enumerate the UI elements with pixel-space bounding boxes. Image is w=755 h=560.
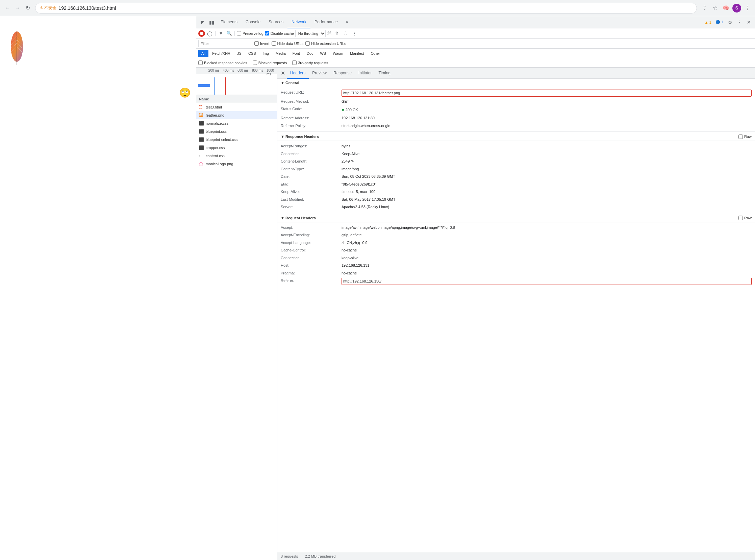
blocked-cookies-checkbox[interactable]: Blocked response cookies — [198, 60, 247, 65]
file-item-contentcss[interactable]: ▫ content.css — [196, 152, 277, 160]
css-icon-blueprint: ⬛ — [199, 129, 204, 134]
feather-icon — [7, 30, 27, 71]
file-item-blueprintcss[interactable]: ⬛ blueprint.css — [196, 127, 277, 136]
edit-icon[interactable]: ✎ — [351, 159, 354, 163]
file-item-test3html[interactable]: ☷ test3.html — [196, 103, 277, 111]
file-item-croppercss[interactable]: ⬛ cropper.css — [196, 144, 277, 152]
request-method-value: GET — [342, 99, 752, 104]
marker-600: 600 ms — [238, 68, 249, 72]
warning-badge[interactable]: ▲ 1 — [702, 20, 713, 25]
request-raw-checkbox[interactable]: Raw — [735, 214, 755, 221]
tab-elements[interactable]: Elements — [217, 16, 242, 28]
tab-performance[interactable]: Performance — [310, 16, 342, 28]
file-item-monicalogopng[interactable]: ⓘ monicaLogo.png — [196, 160, 277, 168]
headers-tab-initiator[interactable]: Initiator — [355, 68, 375, 79]
type-filter-img[interactable]: Img — [260, 50, 272, 57]
response-headers-section-header[interactable]: ▼ Response Headers — [277, 133, 735, 141]
tab-console[interactable]: Console — [242, 16, 265, 28]
request-headers-section-header[interactable]: ▼ Request Headers — [277, 214, 735, 222]
download-button[interactable]: ⇩ — [342, 30, 349, 37]
req-accept-language-row: Accept-Language: zh-CN,zh;q=0.9 — [277, 239, 755, 247]
disable-cache-input[interactable] — [265, 31, 269, 36]
type-filter-css[interactable]: CSS — [245, 50, 259, 57]
type-filter-manifest[interactable]: Manifest — [347, 50, 367, 57]
marker-400: 400 ms — [223, 68, 234, 72]
preserve-log-input[interactable] — [237, 31, 241, 36]
blocked-cookies-input[interactable] — [198, 60, 203, 65]
blocked-requests-input[interactable] — [253, 60, 257, 65]
headers-tab-preview[interactable]: Preview — [309, 68, 330, 79]
address-bar[interactable]: ⚠ 不安全 192.168.126.130/test3.html — [35, 3, 697, 14]
extension-button[interactable]: 🧠 — [721, 3, 731, 13]
status-dot: ● — [342, 107, 344, 112]
devtools-inspect-btn[interactable]: ◤ — [198, 18, 207, 27]
req-connection-row: Connection: keep-alive — [277, 254, 755, 262]
type-filter-ws[interactable]: WS — [317, 50, 329, 57]
type-filter-fetch-xhr[interactable]: Fetch/XHR — [209, 50, 233, 57]
request-raw-input[interactable] — [738, 216, 743, 220]
type-filter-other[interactable]: Other — [368, 50, 383, 57]
resp-date-row: Date: Sun, 08 Oct 2023 08:35:39 GMT — [277, 173, 755, 180]
file-name-blueprintcss: blueprint.css — [206, 129, 227, 134]
invert-checkbox[interactable]: Invert — [254, 41, 270, 46]
file-item-featherpng[interactable]: 🖼 feather.png — [196, 111, 277, 119]
more-options-button[interactable]: ⋮ — [735, 18, 744, 27]
filter-input[interactable] — [198, 40, 252, 47]
throttle-select[interactable]: No throttling — [295, 30, 326, 37]
tab-sources[interactable]: Sources — [265, 16, 287, 28]
req-accept-encoding-row: Accept-Encoding: gzip, deflate — [277, 231, 755, 239]
response-raw-checkbox[interactable]: Raw — [735, 133, 755, 140]
css-icon-blueprintselect: ⬛ — [199, 137, 204, 142]
back-button[interactable]: ← — [3, 3, 12, 13]
hide-data-urls-checkbox[interactable]: Hide data URLs — [271, 41, 304, 46]
menu-button[interactable]: ⋮ — [743, 3, 752, 13]
headers-tab-headers[interactable]: Headers — [287, 68, 309, 79]
headers-tab-response[interactable]: Response — [330, 68, 355, 79]
main-layout: 🙄 ◤ ▮▮ Elements Console Sources Network … — [0, 16, 755, 560]
blocked-requests-checkbox[interactable]: Blocked requests — [253, 60, 287, 65]
hide-ext-urls-checkbox[interactable]: Hide extension URLs — [305, 41, 346, 46]
invert-input[interactable] — [254, 41, 259, 46]
timeline-vline-blue — [214, 77, 215, 95]
forward-button[interactable]: → — [13, 3, 22, 13]
upload-button[interactable]: ⇧ — [333, 30, 341, 37]
response-raw-input[interactable] — [738, 135, 743, 139]
type-filter-all[interactable]: All — [198, 50, 208, 57]
preserve-log-checkbox[interactable]: Preserve log — [237, 31, 264, 36]
hide-data-urls-input[interactable] — [271, 41, 276, 46]
settings-button[interactable]: ⚙ — [725, 18, 735, 27]
disable-cache-checkbox[interactable]: Disable cache — [265, 31, 294, 36]
file-item-normalizecss[interactable]: ⬛ normalize.css — [196, 119, 277, 127]
bookmark-button[interactable]: ☆ — [710, 3, 720, 13]
type-filter-js[interactable]: JS — [234, 50, 245, 57]
url-text: 192.168.126.130/test3.html — [58, 5, 116, 11]
devtools-device-btn[interactable]: ▮▮ — [207, 18, 217, 27]
third-party-checkbox[interactable]: 3rd-party requests — [292, 60, 328, 65]
headers-panel: ✕ Headers Preview Response Initiator Tim… — [277, 68, 755, 560]
more-network-button[interactable]: ⋮ — [351, 30, 358, 37]
file-item-blueprintselectcss[interactable]: ⬛ blueprint-select.css — [196, 136, 277, 144]
reload-button[interactable]: ↻ — [23, 3, 33, 13]
type-filter-doc[interactable]: Doc — [304, 50, 317, 57]
type-filter-font[interactable]: Font — [289, 50, 303, 57]
close-headers-button[interactable]: ✕ — [279, 69, 287, 77]
status-code-value: ● 200 OK — [342, 106, 752, 113]
headers-tab-timing[interactable]: Timing — [375, 68, 394, 79]
share-button[interactable]: ⇧ — [700, 3, 709, 13]
info-badge[interactable]: 🔵 1 — [713, 19, 725, 25]
third-party-input[interactable] — [292, 60, 297, 65]
hide-ext-urls-input[interactable] — [305, 41, 310, 46]
clear-button[interactable]: ◯ — [206, 30, 213, 37]
record-button[interactable] — [198, 30, 205, 37]
general-section-header[interactable]: ▼ General — [277, 79, 755, 87]
profile-button[interactable]: S — [732, 3, 741, 13]
search-button[interactable]: 🔍 — [226, 30, 232, 37]
filter-button[interactable]: ▼ — [218, 30, 224, 37]
tab-more[interactable]: » — [342, 16, 352, 28]
type-filter-media[interactable]: Media — [272, 50, 289, 57]
close-devtools-button[interactable]: ✕ — [744, 18, 754, 27]
resp-accept-ranges-row: Accept-Ranges: bytes — [277, 142, 755, 150]
tab-network[interactable]: Network — [287, 16, 310, 28]
type-filter-wasm[interactable]: Wasm — [330, 50, 346, 57]
img-icon-feather: 🖼 — [199, 113, 204, 118]
